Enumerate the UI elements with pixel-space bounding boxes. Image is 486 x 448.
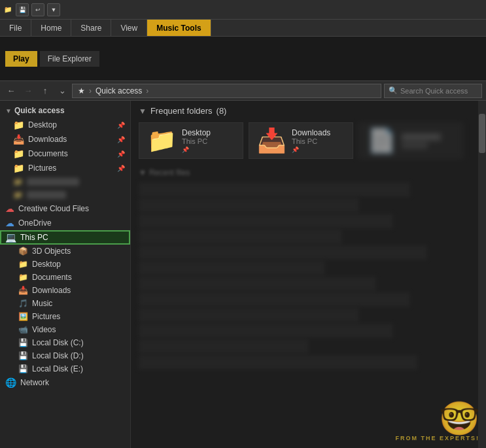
frequent-folders-label: Frequent folders: [150, 106, 213, 116]
3d-objects-icon: 📦: [18, 247, 28, 256]
sidebar-item-pictures-sub[interactable]: 🖼️ Pictures: [0, 310, 130, 323]
documents-pin-icon: 📌: [117, 150, 125, 158]
watermark-mascot-icon: 🤓: [439, 402, 479, 435]
downloads-folder-icon: 📥: [13, 134, 24, 145]
content-scrollbar-thumb[interactable]: [479, 114, 485, 153]
sidebar-pictures-sub-label: Pictures: [32, 312, 60, 321]
recent-row-7: [139, 277, 376, 291]
address-path[interactable]: ★ › Quick access ›: [72, 84, 381, 98]
sidebar-videos-label: Videos: [32, 325, 56, 334]
file-explorer-tab-btn[interactable]: File Explorer: [40, 51, 99, 67]
desktop-sub-icon: 📁: [18, 260, 28, 269]
sidebar-item-documents[interactable]: 📁 Documents 📌: [0, 146, 130, 161]
recent-locations-button[interactable]: ⌄: [55, 84, 69, 98]
folder-tile-downloads[interactable]: 📥 Downloads This PC 📌: [249, 122, 353, 159]
content-scrollbar-track[interactable]: [478, 101, 486, 448]
sidebar-item-blurred-1[interactable]: 📁: [0, 175, 130, 188]
tab-file[interactable]: File: [0, 20, 31, 36]
desktop-tile-icon: 📁: [147, 129, 177, 152]
play-tab-btn[interactable]: Play: [5, 51, 37, 67]
downloads-sub-icon: 📥: [18, 286, 28, 295]
recent-row-4: [139, 230, 342, 244]
sidebar-downloads-label: Downloads: [28, 135, 67, 144]
frequent-folders-header[interactable]: ▼ Frequent folders (8): [131, 101, 486, 118]
creative-cloud-icon: ☁: [5, 203, 14, 214]
sidebar-item-local-e[interactable]: 💾 Local Disk (E:): [0, 362, 130, 375]
tab-view[interactable]: View: [111, 20, 147, 36]
local-c-icon: 💾: [18, 338, 28, 347]
path-quick-access: Quick access: [95, 86, 142, 95]
up-button[interactable]: ↑: [38, 84, 52, 98]
sidebar-downloads-sub-label: Downloads: [32, 286, 71, 295]
downloads-tile-sub: This PC: [292, 137, 330, 145]
tab-home[interactable]: Home: [31, 20, 71, 36]
sidebar-this-pc-label: This PC: [20, 233, 48, 242]
sidebar-item-music[interactable]: 🎵 Music: [0, 297, 130, 310]
local-d-icon: 💾: [18, 351, 28, 360]
sidebar-item-pictures[interactable]: 📁 Pictures 📌: [0, 161, 130, 175]
sidebar-item-3d-objects[interactable]: 📦 3D Objects: [0, 245, 130, 258]
sidebar-local-c-label: Local Disk (C:): [32, 338, 84, 347]
sidebar-item-local-c[interactable]: 💾 Local Disk (C:): [0, 336, 130, 349]
sidebar-item-network[interactable]: 🌐 Network: [0, 375, 130, 390]
folder-tile-desktop[interactable]: 📁 Desktop This PC 📌: [139, 122, 243, 159]
sidebar-item-downloads[interactable]: 📥 Downloads 📌: [0, 132, 130, 146]
sidebar-item-local-d[interactable]: 💾 Local Disk (D:): [0, 349, 130, 362]
sidebar-item-downloads-sub[interactable]: 📥 Downloads: [0, 284, 130, 297]
sidebar-desktop-label: Desktop: [28, 120, 57, 129]
quick-access-chevron: ▼: [5, 107, 12, 114]
address-bar: ← → ↑ ⌄ ★ › Quick access › 🔍 Search Quic…: [0, 81, 486, 101]
path-separator-2: ›: [146, 86, 148, 95]
recent-row-3: [139, 214, 393, 228]
desktop-pin-icon: 📌: [117, 122, 125, 129]
recent-row-9: [139, 308, 359, 322]
sidebar-quick-access-header[interactable]: ▼ Quick access: [0, 103, 130, 118]
sidebar-item-blurred-2[interactable]: 📁: [0, 188, 130, 201]
sidebar-network-label: Network: [20, 378, 49, 387]
onedrive-icon: ☁: [5, 218, 14, 228]
sidebar-onedrive-label: OneDrive: [18, 218, 52, 228]
sidebar-item-creative-cloud[interactable]: ☁ Creative Cloud Files: [0, 201, 130, 216]
sidebar-item-desktop-sub[interactable]: 📁 Desktop: [0, 258, 130, 271]
desktop-tile-name: Desktop: [182, 128, 211, 137]
ribbon-tabs: File Home Share View Music Tools: [0, 20, 486, 37]
third-tile-info: [402, 133, 441, 148]
tab-music-tools[interactable]: Music Tools: [147, 20, 211, 36]
back-button[interactable]: ←: [4, 84, 18, 98]
recent-label: Recent files: [149, 168, 190, 177]
sidebar-item-videos[interactable]: 📹 Videos: [0, 323, 130, 336]
frequent-chevron: ▼: [139, 107, 147, 116]
downloads-tile-info: Downloads This PC 📌: [292, 128, 330, 153]
third-tile-icon: 📄: [367, 129, 396, 152]
downloads-tile-icon: 📥: [257, 129, 286, 152]
content-area: ▼ Frequent folders (8) 📁 Desktop This PC…: [131, 101, 486, 448]
quick-save-btn[interactable]: 💾: [16, 3, 29, 16]
watermark: 🤓 FROM THE EXPERTS!: [395, 402, 479, 441]
search-box[interactable]: 🔍 Search Quick access: [384, 84, 482, 98]
recent-row-2: [139, 198, 359, 213]
search-placeholder: Search Quick access: [400, 87, 468, 95]
sidebar-item-documents-sub[interactable]: 📁 Documents: [0, 271, 130, 284]
recent-chevron: ▼: [139, 168, 147, 177]
downloads-tile-pin: 📌: [292, 146, 330, 153]
quick-undo-btn[interactable]: ↩: [31, 3, 44, 16]
recent-section-header: ▼ Recent files: [131, 163, 486, 180]
desktop-tile-sub: This PC: [182, 137, 211, 145]
sidebar-item-this-pc[interactable]: 💻 This PC: [0, 230, 130, 245]
tab-share[interactable]: Share: [71, 20, 111, 36]
folder-tile-third[interactable]: 📄: [358, 122, 463, 159]
sidebar-item-desktop[interactable]: 📁 Desktop 📌: [0, 118, 130, 132]
documents-sub-icon: 📁: [18, 273, 28, 282]
downloads-pin-icon: 📌: [117, 136, 125, 143]
quick-customize-btn[interactable]: ▼: [47, 3, 60, 16]
title-bar: 📁 💾 ↩ ▼: [0, 0, 486, 20]
sidebar-item-onedrive[interactable]: ☁ OneDrive: [0, 216, 130, 230]
sidebar: ▼ Quick access 📁 Desktop 📌 📥 Downloads 📌…: [0, 101, 131, 448]
sidebar-local-d-label: Local Disk (D:): [32, 351, 84, 360]
forward-button[interactable]: →: [21, 84, 35, 98]
title-bar-icons: 📁 💾 ↩ ▼: [3, 3, 60, 16]
frequent-folders-count: (8): [217, 106, 227, 116]
sidebar-documents-label: Documents: [28, 149, 68, 158]
recent-row-10: [139, 324, 393, 338]
recent-row-1: [139, 182, 410, 197]
